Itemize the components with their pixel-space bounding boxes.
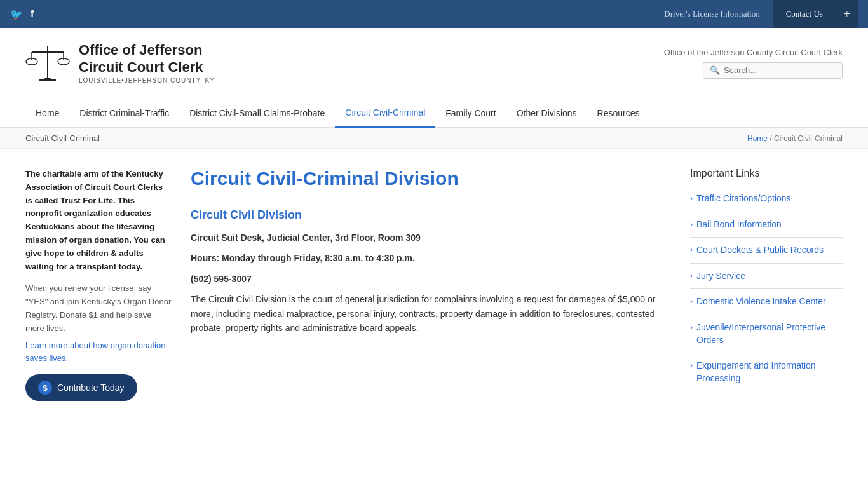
contribute-button[interactable]: $ Contribute Today — [25, 374, 137, 401]
nav-bar: Home District Criminal-Traffic District … — [0, 98, 868, 128]
search-icon: 🔍 — [710, 65, 720, 76]
nav-item-resources[interactable]: Resources — [587, 99, 650, 127]
page-title: Circuit Civil-Criminal Division — [191, 168, 671, 189]
important-link-dockets[interactable]: › Court Dockets & Public Records — [690, 238, 843, 264]
chevron-icon: › — [690, 245, 693, 254]
address: Circuit Suit Desk, Judicial Center, 3rd … — [191, 231, 671, 245]
section-title: Circuit Civil Division — [191, 208, 671, 222]
twitter-icon[interactable]: 🐦 — [10, 8, 23, 20]
sidebar-box: The charitable arm of the Kentucky Assoc… — [25, 168, 172, 401]
contribute-label: Contribute Today — [57, 383, 125, 393]
dollar-icon: $ — [38, 381, 52, 395]
logo-subtitle: LOUISVILLE•JEFFERSON COUNTY, KY — [79, 77, 215, 84]
sidebar-body-text: When you renew your license, say "YES" a… — [25, 282, 172, 335]
sidebar-bold-text: The charitable arm of the Kentucky Assoc… — [25, 168, 172, 273]
search-input[interactable] — [724, 65, 836, 75]
important-link-domestic[interactable]: › Domestic Violence Intake Center — [690, 289, 843, 315]
important-link-jury[interactable]: › Jury Service — [690, 264, 843, 290]
traffic-citations-link[interactable]: Traffic Citations/Options — [696, 193, 791, 205]
phone: (502) 595-3007 — [191, 272, 671, 286]
expungement-link[interactable]: Expungement and Information Processing — [696, 360, 843, 384]
jury-service-link[interactable]: Jury Service — [696, 270, 745, 283]
breadcrumb-current: Circuit Civil-Criminal — [25, 133, 100, 143]
center-content: Circuit Civil-Criminal Division Circuit … — [191, 168, 671, 401]
chevron-icon: › — [690, 271, 693, 280]
logo-area: Office of Jefferson Circuit Court Clerk … — [25, 41, 215, 85]
chevron-icon: › — [690, 361, 693, 370]
chevron-icon: › — [690, 297, 693, 306]
bail-bond-link[interactable]: Bail Bond Information — [696, 219, 782, 231]
drivers-license-link[interactable]: Driver's License Information — [651, 0, 772, 28]
logo-text: Office of Jefferson Circuit Court Clerk … — [79, 42, 215, 84]
header-right: Office of the Jefferson County Circuit C… — [664, 48, 843, 79]
left-sidebar: The charitable arm of the Kentucky Assoc… — [25, 168, 172, 401]
breadcrumb-bar: Circuit Civil-Criminal Home / Circuit Ci… — [0, 128, 868, 149]
logo-title: Office of Jefferson Circuit Court Clerk — [79, 42, 215, 76]
nav-item-other-divisions[interactable]: Other Divisions — [506, 99, 587, 127]
organ-donation-link[interactable]: Learn more about how organ donation save… — [25, 339, 172, 366]
important-link-expungement[interactable]: › Expungement and Information Processing — [690, 353, 843, 391]
important-link-protective[interactable]: › Juvenile/Interpersonal Protective Orde… — [690, 315, 843, 353]
nav-item-district-criminal[interactable]: District Criminal-Traffic — [69, 99, 179, 127]
chevron-icon: › — [690, 220, 693, 229]
chevron-icon: › — [690, 323, 693, 332]
main-content: The charitable arm of the Kentucky Assoc… — [0, 149, 868, 420]
search-box[interactable]: 🔍 — [703, 62, 843, 79]
facebook-icon[interactable]: f — [31, 8, 34, 20]
top-bar: 🐦 f Driver's License Information Contact… — [0, 0, 868, 28]
nav-item-district-civil[interactable]: District Civil-Small Claims-Probate — [179, 99, 335, 127]
nav-item-family-court[interactable]: Family Court — [435, 99, 506, 127]
social-icons: 🐦 f — [10, 8, 34, 20]
breadcrumb-nav: Home / Circuit Civil-Criminal — [747, 134, 843, 143]
breadcrumb-separator: / — [770, 134, 774, 143]
hours: Hours: Monday through Friday, 8:30 a.m. … — [191, 251, 671, 265]
breadcrumb-home-link[interactable]: Home — [747, 134, 768, 143]
description: The Circuit Civil Division is the court … — [191, 292, 671, 335]
expand-icon[interactable]: + — [836, 0, 858, 28]
right-sidebar: Important Links › Traffic Citations/Opti… — [690, 168, 843, 401]
contact-us-link[interactable]: Contact Us — [773, 0, 836, 28]
important-links-title: Important Links — [690, 168, 843, 179]
logo-icon — [25, 41, 70, 85]
important-link-bail[interactable]: › Bail Bond Information — [690, 212, 843, 238]
nav-item-home[interactable]: Home — [25, 99, 69, 127]
site-name: Office of the Jefferson County Circuit C… — [664, 48, 843, 57]
protective-orders-link[interactable]: Juvenile/Interpersonal Protective Orders — [696, 322, 843, 346]
domestic-violence-link[interactable]: Domestic Violence Intake Center — [696, 295, 826, 308]
top-bar-right: Driver's License Information Contact Us … — [651, 0, 858, 28]
chevron-icon: › — [690, 194, 693, 203]
court-dockets-link[interactable]: Court Dockets & Public Records — [696, 244, 824, 257]
header: Office of Jefferson Circuit Court Clerk … — [0, 28, 868, 98]
breadcrumb-trail: Circuit Civil-Criminal — [774, 134, 843, 143]
important-link-traffic[interactable]: › Traffic Citations/Options — [690, 186, 843, 212]
nav-item-circuit-civil[interactable]: Circuit Civil-Criminal — [335, 98, 435, 128]
